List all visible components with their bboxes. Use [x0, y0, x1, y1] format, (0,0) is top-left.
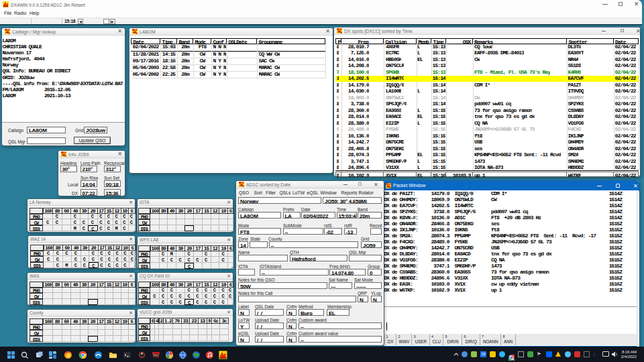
svg-text:TTY: TTY — [153, 355, 159, 358]
